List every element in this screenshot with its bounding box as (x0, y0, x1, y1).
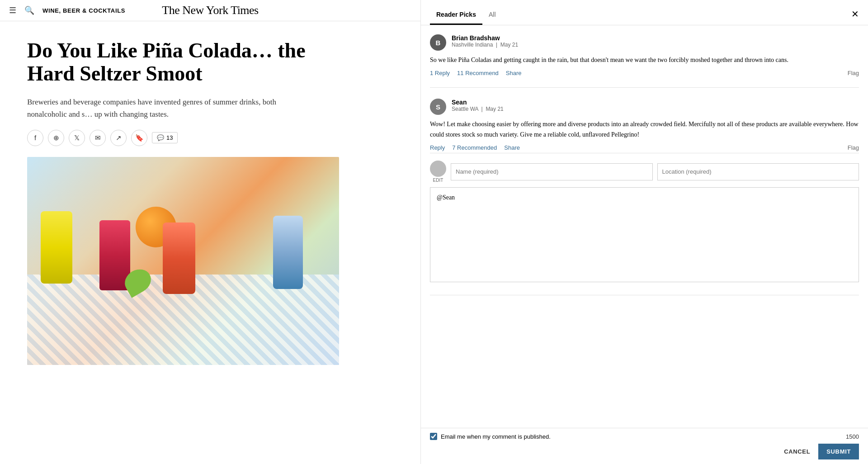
search-icon[interactable]: 🔍 (24, 5, 34, 15)
header-left: ☰ 🔍 WINE, BEER & COCKTAILS (9, 5, 125, 15)
commenter-name: Brian Bradshaw (452, 34, 859, 42)
can-image-1 (41, 211, 72, 284)
recommend-button[interactable]: 7 Recommended (452, 144, 497, 151)
commenter-info: Brian Bradshaw Nashville Indiana | May 2… (452, 34, 859, 48)
email-notification-row: Email me when my comment is published. (430, 433, 551, 440)
comment-meta: B Brian Bradshaw Nashville Indiana | May… (430, 34, 859, 51)
whatsapp-share-button[interactable]: ⊕ (48, 130, 64, 146)
share-bar: f ⊕ 𝕏 ✉ ↗ 🔖 💬 13 (27, 130, 393, 146)
recommend-button[interactable]: 11 Recommend (457, 70, 499, 76)
tab-reader-picks[interactable]: Reader Picks (430, 7, 482, 25)
comment-item: S Sean Seattle WA | May 21 Wow! Let make… (430, 99, 859, 295)
comment-actions: Reply 7 Recommended Share Flag (430, 144, 859, 151)
comment-meta: S Sean Seattle WA | May 21 (430, 99, 859, 115)
article-header: ☰ 🔍 WINE, BEER & COCKTAILS The New York … (0, 0, 420, 21)
commenter-location: Nashville Indiana | May 21 (452, 42, 859, 48)
article-subtitle: Breweries and beverage companies have in… (27, 96, 316, 120)
comment-count-badge[interactable]: 💬 13 (152, 132, 178, 143)
more-share-button[interactable]: ↗ (110, 130, 127, 146)
share-button[interactable]: Share (506, 70, 522, 76)
commenter-info: Sean Seattle WA | May 21 (452, 99, 859, 112)
reply-form: EDIT (430, 153, 859, 284)
comments-body[interactable]: B Brian Bradshaw Nashville Indiana | May… (421, 25, 868, 428)
facebook-share-button[interactable]: f (27, 130, 43, 146)
avatar: B (430, 34, 446, 51)
edit-avatar-container: EDIT (430, 161, 446, 183)
comment-icon: 💬 (157, 134, 164, 141)
comments-tabs: Reader Picks All (430, 7, 502, 25)
location-input[interactable] (657, 163, 859, 180)
reply-count-button[interactable]: 1 Reply (430, 70, 450, 76)
can-image-4 (273, 216, 303, 289)
comment-text: Wow! Let make choosing easier by offerin… (430, 119, 859, 140)
article-title: Do You Like Piña Colada… the Hard Seltze… (27, 39, 335, 85)
comments-panel: Reader Picks All ✕ B Brian Bradshaw Nash… (420, 0, 868, 464)
commenter-location: Seattle WA | May 21 (452, 106, 859, 112)
tab-all[interactable]: All (482, 7, 502, 25)
reply-form-top: EDIT (430, 161, 859, 183)
comments-bottom-bar: Email me when my comment is published. 1… (421, 428, 868, 464)
reply-avatar (430, 161, 446, 177)
email-notification-label: Email me when my comment is published. (441, 433, 551, 440)
avatar: S (430, 99, 446, 115)
comment-actions: 1 Reply 11 Recommend Share Flag (430, 70, 859, 76)
bookmark-button[interactable]: 🔖 (131, 130, 147, 146)
email-checkbox[interactable] (430, 433, 437, 440)
reply-textarea[interactable] (430, 187, 859, 282)
twitter-share-button[interactable]: 𝕏 (69, 130, 85, 146)
char-count: 1500 (846, 433, 859, 440)
cancel-button[interactable]: CANCEL (776, 444, 818, 459)
reply-button[interactable]: Reply (430, 144, 445, 151)
article-panel: ☰ 🔍 WINE, BEER & COCKTAILS The New York … (0, 0, 420, 464)
flag-button[interactable]: Flag (848, 70, 859, 76)
hamburger-icon[interactable]: ☰ (9, 5, 16, 15)
article-image (27, 157, 339, 365)
comments-header: Reader Picks All ✕ (421, 0, 868, 25)
email-share-button[interactable]: ✉ (90, 130, 106, 146)
name-input[interactable] (451, 163, 653, 180)
can-image-3 (163, 223, 195, 294)
submit-button[interactable]: SUBMIT (818, 444, 859, 459)
comment-text: So we like Piña Coladas and getting caug… (430, 55, 859, 65)
article-body: Do You Like Piña Colada… the Hard Seltze… (0, 21, 420, 374)
edit-label: EDIT (433, 178, 443, 183)
reply-footer: Email me when my comment is published. 1… (430, 433, 859, 440)
flag-button[interactable]: Flag (848, 144, 859, 151)
commenter-name: Sean (452, 99, 859, 106)
share-button[interactable]: Share (504, 144, 520, 151)
form-buttons: CANCEL SUBMIT (430, 440, 859, 459)
comment-item: B Brian Bradshaw Nashville Indiana | May… (430, 34, 859, 88)
nyt-logo: The New York Times (162, 4, 259, 17)
close-comments-button[interactable]: ✕ (851, 9, 859, 23)
comment-count-number: 13 (166, 134, 173, 141)
section-label: WINE, BEER & COCKTAILS (42, 7, 125, 14)
